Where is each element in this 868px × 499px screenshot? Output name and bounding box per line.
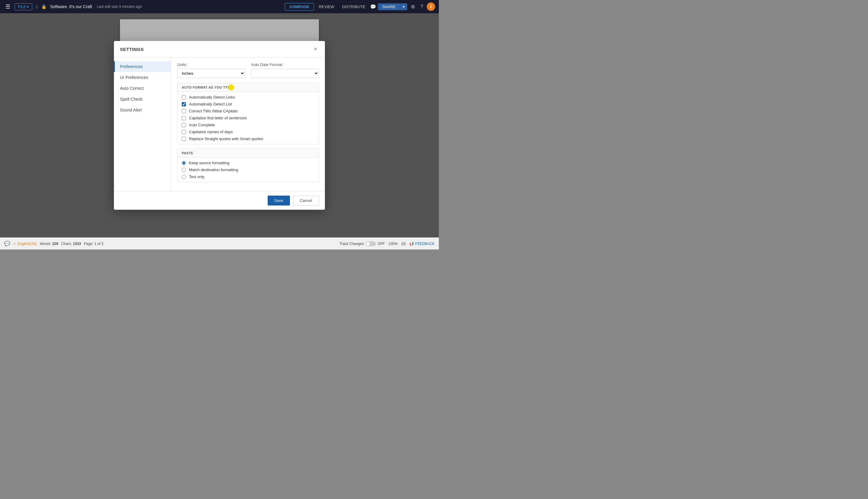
auto-complete-label: Auto Complete — [189, 123, 215, 127]
capitalize-sentences-label: Capitalize first letter of sentences — [189, 116, 246, 120]
modal-overlay: SETTINGS × Preferences UI Preferences Au… — [0, 13, 439, 238]
smart-quotes-checkbox[interactable] — [182, 137, 186, 141]
help-icon[interactable]: ? — [419, 3, 425, 11]
share-button[interactable]: SHARE — [378, 3, 400, 10]
track-changes-toggle[interactable] — [366, 241, 376, 246]
lock-icon: 🔒 — [41, 4, 46, 9]
feedback-button[interactable]: 📢 FEEDBACK — [409, 242, 435, 246]
nav-item-preferences[interactable]: Preferences — [114, 61, 171, 72]
settings-nav: Preferences UI Preferences Auto Correct … — [114, 58, 171, 191]
page-label: Page: 1 of 2 — [84, 242, 104, 246]
detect-list-label: Automatically Detect List — [189, 102, 232, 106]
detect-links-checkbox[interactable] — [182, 95, 186, 99]
feedback-icon: 📢 — [409, 242, 414, 246]
auto-format-section: AUTO FORMAT AS YOU TYPE Automatically De… — [177, 83, 319, 144]
auto-format-header-wrap: AUTO FORMAT AS YOU TYPE — [182, 86, 232, 89]
avatar[interactable]: Z — [427, 2, 435, 11]
share-button-group: SHARE ▾ — [378, 3, 407, 10]
detect-links-label: Automatically Detect Links — [189, 95, 235, 99]
compose-button[interactable]: COMPOSE — [285, 3, 314, 11]
chars-label: Chars: 1333 — [61, 242, 81, 246]
auto-complete-row[interactable]: Auto Complete — [182, 123, 314, 127]
auto-date-field: Auto Date Format: — [251, 62, 319, 78]
words-label: Words: 229 — [40, 242, 58, 246]
highlight-indicator — [228, 84, 234, 90]
auto-date-select[interactable] — [251, 69, 319, 78]
match-dest-row[interactable]: Match destination formatting — [182, 168, 314, 172]
track-changes-control: Track Changes OFF — [339, 241, 385, 246]
settings-icon[interactable]: ⚙ — [409, 3, 417, 11]
smart-quotes-row[interactable]: Replace Straight quotes with Smart quote… — [182, 136, 314, 141]
capitalize-sentences-checkbox[interactable] — [182, 116, 186, 120]
language-selector[interactable]: ⚠ English(US) — [13, 242, 37, 246]
toolbar: ☰ FILE ▾ ☆ 🔒 Software. It's our Craft La… — [0, 0, 439, 13]
settings-body: Preferences UI Preferences Auto Correct … — [114, 58, 325, 191]
text-only-label: Text only — [189, 174, 204, 179]
auto-format-label: AUTO FORMAT AS YOU TYPE — [182, 86, 232, 89]
auto-format-header: AUTO FORMAT AS YOU TYPE — [178, 83, 319, 92]
collaborators-count: (0) — [402, 242, 406, 246]
statusbar: 💬 ⚠ English(US) Words: 229 Chars: 1333 P… — [0, 238, 439, 250]
paste-section: PASTE Keep source formatting Match desti… — [177, 148, 319, 182]
text-only-radio[interactable] — [182, 175, 186, 179]
nav-item-ui-preferences[interactable]: UI Preferences — [114, 72, 171, 83]
document-title: Software. It's our Craft — [50, 4, 92, 9]
keep-source-radio[interactable] — [182, 161, 186, 165]
nav-item-auto-correct[interactable]: Auto Correct — [114, 83, 171, 94]
paste-body: Keep source formatting Match destination… — [178, 158, 319, 182]
smart-quotes-label: Replace Straight quotes with Smart quote… — [189, 136, 263, 141]
units-label: Units: — [177, 62, 245, 67]
paste-header: PASTE — [178, 149, 319, 158]
units-field: Units: Inches Centimeters Points Picas — [177, 62, 245, 78]
top-fields-row: Units: Inches Centimeters Points Picas A… — [177, 62, 319, 78]
file-menu-button[interactable]: FILE ▾ — [14, 3, 32, 10]
keep-source-row[interactable]: Keep source formatting — [182, 161, 314, 165]
track-changes-state: OFF — [378, 242, 385, 246]
match-dest-label: Match destination formatting — [189, 168, 238, 172]
capitalize-days-checkbox[interactable] — [182, 130, 186, 134]
match-dest-radio[interactable] — [182, 168, 186, 172]
capitalize-days-label: Capitalize names of days — [189, 130, 233, 134]
hamburger-menu-icon[interactable]: ☰ — [4, 2, 12, 11]
auto-complete-checkbox[interactable] — [182, 123, 186, 127]
correct-capitals-row[interactable]: Correct TWo INitial CApitals — [182, 109, 314, 113]
favorite-icon[interactable]: ☆ — [35, 4, 39, 10]
capitalize-days-row[interactable]: Capitalize names of days — [182, 130, 314, 134]
detect-list-checkbox[interactable] — [182, 102, 186, 106]
distribute-button[interactable]: DISTRIBUTE — [339, 3, 368, 10]
statusbar-right: Track Changes OFF 100% (0) 📢 FEEDBACK — [339, 241, 435, 246]
keep-source-label: Keep source formatting — [189, 161, 229, 165]
cancel-button[interactable]: Cancel — [293, 196, 319, 206]
correct-capitals-checkbox[interactable] — [182, 109, 186, 113]
last-edit-label: Last edit was 9 minutes ago — [97, 4, 142, 9]
units-select[interactable]: Inches Centimeters Points Picas — [177, 69, 245, 78]
settings-footer: Save Cancel — [114, 191, 325, 210]
settings-content: Units: Inches Centimeters Points Picas A… — [171, 58, 325, 191]
detect-links-row[interactable]: Automatically Detect Links — [182, 95, 314, 99]
language-label: English(US) — [17, 242, 37, 246]
capitalize-sentences-row[interactable]: Capitalize first letter of sentences — [182, 116, 314, 120]
zoom-level: 100% — [389, 242, 398, 246]
toolbar-right: COMPOSE REVIEW DISTRIBUTE 💬 SHARE ▾ ⚙ ? … — [285, 2, 435, 11]
correct-capitals-label: Correct TWo INitial CApitals — [189, 109, 237, 113]
nav-item-spell-check[interactable]: Spell Check — [114, 94, 171, 105]
detect-list-row[interactable]: Automatically Detect List — [182, 102, 314, 106]
close-button[interactable]: × — [312, 46, 319, 52]
nav-item-sound-alert[interactable]: Sound Alert — [114, 105, 171, 115]
review-button[interactable]: REVIEW — [316, 3, 337, 10]
auto-date-label: Auto Date Format: — [251, 62, 319, 67]
share-dropdown-button[interactable]: ▾ — [400, 3, 407, 10]
settings-title: SETTINGS — [120, 47, 144, 52]
text-only-row[interactable]: Text only — [182, 174, 314, 179]
settings-dialog: SETTINGS × Preferences UI Preferences Au… — [114, 41, 325, 210]
statusbar-left: 💬 ⚠ English(US) Words: 229 Chars: 1333 P… — [4, 241, 103, 246]
save-button[interactable]: Save — [268, 196, 290, 206]
track-changes-label: Track Changes — [339, 242, 364, 246]
chat-icon[interactable]: 💬 — [4, 241, 10, 246]
settings-header: SETTINGS × — [114, 41, 325, 58]
toolbar-comment-icon[interactable]: 💬 — [370, 4, 376, 10]
auto-format-body: Automatically Detect Links Automatically… — [178, 92, 319, 144]
